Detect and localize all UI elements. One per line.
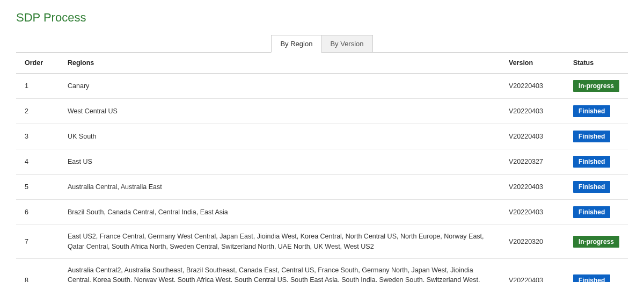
status-badge: In-progress [573, 236, 619, 248]
status-badge: Finished [573, 105, 610, 117]
tabs-bar: By Region By Version [16, 34, 628, 53]
cell-version: V20220403 [500, 175, 565, 200]
cell-regions: West Central US [59, 99, 500, 124]
cell-regions: East US [59, 149, 500, 175]
cell-regions: Brazil South, Canada Central, Central In… [59, 200, 500, 225]
table-row: 2West Central USV20220403Finished [16, 99, 628, 124]
col-header-order: Order [16, 53, 59, 74]
cell-regions: Australia Central, Australia East [59, 175, 500, 200]
table-row: 6Brazil South, Canada Central, Central I… [16, 200, 628, 225]
cell-version: V20220403 [500, 99, 565, 124]
cell-version: V20220403 [500, 124, 565, 149]
cell-status: In-progress [565, 74, 628, 99]
cell-order: 5 [16, 175, 59, 200]
cell-order: 4 [16, 149, 59, 175]
cell-regions: East US2, France Central, Germany West C… [59, 225, 500, 259]
cell-version: V20220327 [500, 149, 565, 175]
cell-status: Finished [565, 258, 628, 282]
status-badge: Finished [573, 206, 610, 218]
cell-status: Finished [565, 200, 628, 225]
cell-status: Finished [565, 99, 628, 124]
cell-status: In-progress [565, 225, 628, 259]
cell-order: 7 [16, 225, 59, 259]
cell-regions: Australia Central2, Australia Southeast,… [59, 258, 500, 282]
col-header-status: Status [565, 53, 628, 74]
status-badge: Finished [573, 156, 610, 168]
cell-status: Finished [565, 175, 628, 200]
status-badge: Finished [573, 181, 610, 193]
cell-order: 3 [16, 124, 59, 149]
tab-by-version[interactable]: By Version [321, 35, 372, 53]
table-row: 7East US2, France Central, Germany West … [16, 225, 628, 259]
cell-order: 1 [16, 74, 59, 99]
col-header-version: Version [500, 53, 565, 74]
status-badge: Finished [573, 274, 610, 282]
cell-regions: Canary [59, 74, 500, 99]
tab-by-region[interactable]: By Region [271, 35, 321, 53]
col-header-regions: Regions [59, 53, 500, 74]
status-badge: In-progress [573, 80, 619, 92]
status-badge: Finished [573, 131, 610, 142]
cell-version: V20220403 [500, 200, 565, 225]
table-header-row: Order Regions Version Status [16, 53, 628, 74]
cell-regions: UK South [59, 124, 500, 149]
page-title: SDP Process [16, 11, 628, 25]
table-row: 5Australia Central, Australia EastV20220… [16, 175, 628, 200]
cell-version: V20220320 [500, 225, 565, 259]
cell-status: Finished [565, 124, 628, 149]
cell-status: Finished [565, 149, 628, 175]
cell-order: 2 [16, 99, 59, 124]
cell-order: 8 [16, 258, 59, 282]
table-row: 4East USV20220327Finished [16, 149, 628, 175]
table-row: 1CanaryV20220403In-progress [16, 74, 628, 99]
process-table: Order Regions Version Status 1CanaryV202… [16, 53, 628, 282]
cell-order: 6 [16, 200, 59, 225]
table-row: 3UK SouthV20220403Finished [16, 124, 628, 149]
cell-version: V20220403 [500, 258, 565, 282]
table-row: 8Australia Central2, Australia Southeast… [16, 258, 628, 282]
cell-version: V20220403 [500, 74, 565, 99]
